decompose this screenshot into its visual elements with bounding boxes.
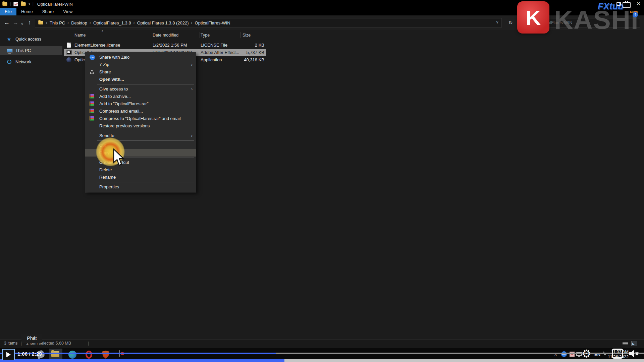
file-list-header: ∧ Name Date modified Type Size: [64, 32, 266, 39]
player-current-time: 1:06: [17, 351, 28, 357]
submenu-arrow-icon: ›: [191, 85, 193, 93]
column-header-date-modified[interactable]: Date modified: [153, 32, 178, 39]
breadcrumb-this-pc[interactable]: This PC: [50, 20, 65, 25]
tab-view[interactable]: View: [58, 8, 77, 15]
breadcrumb-separator: ›: [191, 20, 193, 25]
player-seek-bar[interactable]: [0, 359, 644, 362]
player-time-display: 1:06 / 2:29: [17, 351, 42, 357]
player-progress-bar[interactable]: [0, 353, 644, 354]
breadcrumb-separator: ›: [90, 20, 91, 25]
tab-home[interactable]: Home: [16, 8, 38, 15]
recent-locations-button[interactable]: ∨: [21, 19, 23, 28]
toolbar-separator: |: [33, 2, 34, 6]
sort-ascending-icon: ∧: [101, 27, 104, 35]
menu-item-give-access-to[interactable]: Give access to ›: [85, 85, 196, 93]
menu-item-restore-previous-versions[interactable]: Restore previous versions: [85, 122, 196, 130]
menu-item-compress-and-email[interactable]: Compress and email...: [85, 108, 196, 115]
monitor-icon: [7, 49, 13, 53]
sidebar-item-network[interactable]: Network: [0, 58, 62, 66]
address-dropdown-icon[interactable]: ∨: [496, 20, 499, 24]
winrar-icon: [90, 101, 94, 106]
player-tooltip: Phát: [21, 334, 42, 343]
forward-button[interactable]: →: [13, 18, 18, 27]
navigation-pane: ★ Quick access This PC Network: [0, 30, 62, 339]
zalo-icon: Zalo: [90, 55, 95, 60]
menu-separator: [97, 182, 194, 182]
tab-file[interactable]: File: [0, 8, 16, 15]
sidebar-item-this-pc[interactable]: This PC: [0, 46, 62, 55]
winrar-icon: [90, 116, 94, 121]
menu-item-properties[interactable]: Properties: [85, 183, 196, 191]
breadcrumb-desktop[interactable]: Desktop: [71, 20, 87, 25]
player-duration: 2:29: [32, 351, 42, 357]
menu-item-rename[interactable]: Rename: [85, 174, 196, 181]
breadcrumb-opticalflares-138[interactable]: OpticalFlares_1.3.8: [93, 20, 131, 25]
license-file-icon: [67, 43, 71, 48]
player-settings-gear-icon[interactable]: ⚙: [582, 347, 591, 360]
tab-share[interactable]: Share: [38, 8, 59, 15]
breadcrumb-separator: ›: [133, 20, 135, 25]
items-count: 3 items: [4, 341, 17, 346]
status-bar: 3 items | 1 item selected 5.60 MB |: [0, 339, 644, 348]
column-header-type[interactable]: Type: [201, 32, 210, 39]
menu-separator: [97, 131, 194, 131]
after-effects-plugin-icon: [66, 50, 72, 55]
breadcrumb-separator: ›: [67, 20, 69, 25]
player-volume-muted-icon[interactable]: [628, 349, 639, 360]
fxtub-tv-icon: [623, 2, 631, 8]
menu-separator: [97, 84, 194, 84]
application-icon: [66, 57, 71, 62]
player-play-button[interactable]: [2, 349, 15, 360]
close-icon: ×: [637, 0, 640, 7]
back-button[interactable]: ←: [4, 18, 10, 27]
menu-item-compress-to-rar-and-email[interactable]: Compress to "OpticalFlares.rar" and emai…: [85, 115, 196, 122]
screen: | ▾ | OpticalFlares-WIN File Home Share …: [0, 0, 644, 362]
file-row-elementlicense[interactable]: ElementLicense.license 1/2/2022 1:56 PM …: [64, 42, 266, 49]
breadcrumb-separator: ›: [46, 20, 47, 25]
network-icon: [7, 60, 11, 64]
refresh-button[interactable]: ↻: [508, 18, 513, 27]
question-badge-icon: ?: [633, 12, 638, 17]
player-seek-fill: [0, 359, 284, 362]
details-view-button[interactable]: [623, 341, 628, 346]
kashi-watermark: KASHI: [554, 5, 639, 35]
star-icon: ★: [7, 35, 11, 44]
submenu-arrow-icon: ›: [191, 132, 193, 139]
customize-toolbar-caret-icon[interactable]: ▾: [29, 2, 30, 6]
breadcrumb-opticalflares-win[interactable]: OpticalFlares-WIN: [195, 20, 230, 25]
play-icon: [6, 352, 11, 358]
winrar-icon: [90, 94, 94, 99]
menu-item-add-to-archive[interactable]: Add to archive...: [85, 93, 196, 100]
thumbnails-view-button[interactable]: [631, 341, 637, 346]
mouse-cursor: [113, 148, 125, 169]
submenu-arrow-icon: ›: [191, 61, 193, 68]
window-title: OpticalFlares-WIN: [37, 2, 73, 7]
address-box[interactable]: › This PC › Desktop › OpticalFlares_1.3.…: [35, 18, 502, 27]
column-header-name[interactable]: Name: [74, 32, 86, 39]
menu-item-open-with[interactable]: Open with...: [85, 76, 196, 83]
explorer-app-icon: [2, 2, 7, 6]
up-button[interactable]: ↑: [28, 18, 31, 27]
new-folder-button-icon[interactable]: [21, 2, 25, 6]
toolbar-separator: |: [10, 2, 11, 6]
player-miniplayer-icon[interactable]: [612, 349, 623, 359]
menu-item-delete[interactable]: Delete: [85, 166, 196, 174]
taskbar-opera-icon[interactable]: [86, 351, 92, 359]
menu-item-send-to[interactable]: Send to ›: [85, 132, 196, 139]
winrar-icon: [90, 109, 94, 113]
menu-item-share-with-zalo[interactable]: Zalo Share with Zalo: [85, 54, 196, 61]
taskbar-brave-icon[interactable]: [102, 351, 109, 359]
breadcrumb-optical-flares-2022[interactable]: Optical Flares 1.3.8 (2022): [137, 20, 189, 25]
menu-item-add-to-opticalflares-rar[interactable]: Add to "OpticalFlares.rar": [85, 100, 196, 108]
kashi-logo: K: [517, 1, 549, 34]
column-header-size[interactable]: Size: [243, 32, 251, 39]
menu-item-7zip[interactable]: 7-Zip ›: [85, 61, 196, 68]
properties-button-icon[interactable]: [13, 2, 18, 6]
sidebar-item-quick-access[interactable]: ★ Quick access: [0, 35, 62, 44]
location-folder-icon: [38, 21, 43, 24]
fxtub-camera-icon: [616, 2, 621, 6]
context-menu: Zalo Share with Zalo 7-Zip › Share Open …: [85, 52, 196, 192]
taskbar-edge-icon[interactable]: [68, 351, 76, 359]
menu-item-share[interactable]: Share: [85, 68, 196, 76]
